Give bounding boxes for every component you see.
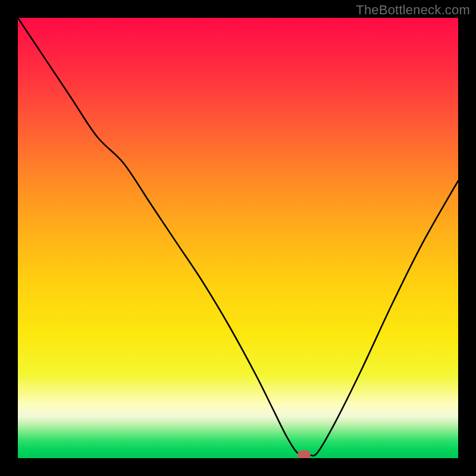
optimal-point-marker — [298, 450, 311, 458]
watermark-text: TheBottleneck.com — [356, 2, 470, 18]
bottleneck-curve — [18, 18, 458, 458]
chart-frame: TheBottleneck.com — [0, 0, 476, 476]
plot-area — [18, 18, 458, 458]
